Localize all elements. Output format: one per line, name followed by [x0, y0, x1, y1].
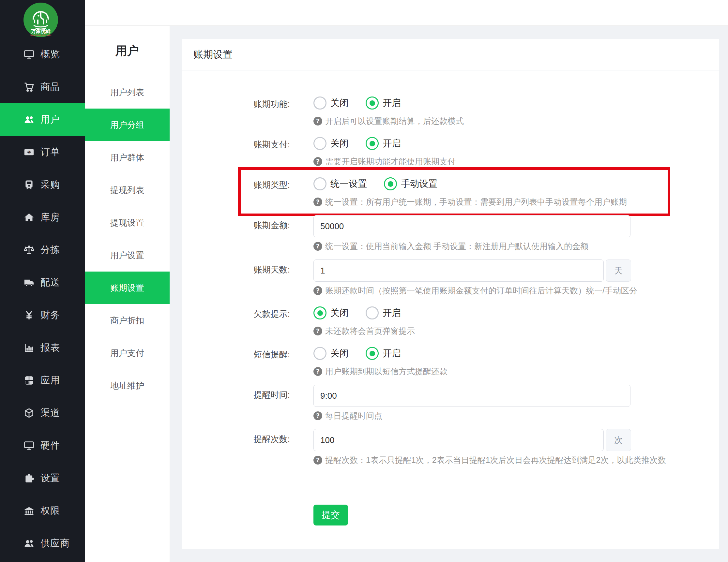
home-icon	[23, 212, 35, 223]
sidebar-item-purchase[interactable]: 采购	[0, 169, 85, 201]
credit-type-option-1[interactable]: 手动设置	[384, 177, 437, 190]
form-control: 关闭开启?未还款将会首页弹窗提示	[313, 304, 719, 336]
radio-option-label: 开启	[383, 137, 401, 150]
sidebar-item-orders[interactable]: 1订单	[0, 136, 85, 169]
sidebar-item-goods[interactable]: 商品	[0, 71, 85, 103]
puzzle-icon	[23, 473, 35, 484]
sidebar-nav: 概览商品用户1订单采购库房分拣配送财务报表应用渠道硬件设置权限供应商	[0, 38, 85, 560]
submenu-item-credit-config[interactable]: 账期设置	[85, 272, 170, 304]
submenu-item-user-list[interactable]: 用户列表	[85, 76, 170, 109]
chart-icon	[23, 342, 35, 353]
sidebar-item-label: 订单	[40, 146, 60, 159]
sidebar-item-channels[interactable]: 渠道	[0, 397, 85, 429]
submenu-item-user-groups[interactable]: 用户分组	[85, 109, 170, 141]
form-control: 天?账期还款时间（按照第一笔使用账期金额支付的订单时间往后计算天数）统一/手动区…	[313, 260, 719, 296]
credit-amount-input[interactable]	[313, 215, 630, 237]
radio-option-label: 开启	[383, 347, 401, 359]
sidebar-item-warehouse[interactable]: 库房	[0, 201, 85, 234]
sidebar-item-reports[interactable]: 报表	[0, 331, 85, 364]
credit-function-option-0[interactable]: 关闭	[313, 97, 349, 110]
sms-reminder-option-1[interactable]: 开启	[366, 347, 401, 360]
main-area: 用户 用户列表用户分组用户群体提现列表提现设置用户设置账期设置商户折扣用户支付地…	[85, 0, 728, 562]
credit-days-unit-addon: 天	[606, 260, 631, 281]
radio-unselected-icon[interactable]	[313, 177, 326, 190]
radio-selected-icon[interactable]	[366, 347, 379, 360]
form-control: 关闭开启?需要开启账期功能才能使用账期支付	[313, 134, 719, 167]
sidebar-item-label: 渠道	[40, 406, 60, 419]
page-title: 账期设置	[182, 39, 719, 70]
submit-button[interactable]: 提交	[313, 505, 348, 525]
help-line: ?需要开启账期功能才能使用账期支付	[313, 156, 719, 167]
help-line: ?每日提醒时间点	[313, 410, 719, 421]
question-circle-icon: ?	[313, 157, 322, 166]
sidebar-item-users[interactable]: 用户	[0, 103, 85, 136]
radio-selected-icon[interactable]	[313, 306, 326, 319]
arrears-notice-option-1[interactable]: 开启	[366, 306, 401, 319]
credit-settings-form: 账期功能:关闭开启?开启后可以设置账期结算，后还款模式账期支付:关闭开启?需要开…	[182, 70, 719, 525]
yen-icon	[23, 310, 35, 321]
credit-payment-row: 账期支付:关闭开启?需要开启账期功能才能使用账期支付	[182, 134, 719, 167]
submenu-item-user-segments[interactable]: 用户群体	[85, 141, 170, 174]
sidebar-item-sorting[interactable]: 分拣	[0, 234, 85, 266]
users-icon	[23, 538, 35, 549]
radio-option-label: 关闭	[330, 347, 349, 359]
sidebar-item-hardware[interactable]: 硬件	[0, 429, 85, 462]
credit-payment-option-0[interactable]: 关闭	[313, 137, 349, 150]
form-control: 统一设置手动设置?统一设置：所有用户统一账期，手动设置：需要到用户列表中手动设置…	[313, 175, 719, 207]
sidebar-item-finance[interactable]: 财务	[0, 299, 85, 331]
help-text: 统一设置：使用当前输入金额 手动设置：新注册用户默认使用输入的金额	[325, 241, 588, 252]
radio-unselected-icon[interactable]	[313, 97, 326, 110]
help-line: ?统一设置：所有用户统一账期，手动设置：需要到用户列表中手动设置每个用户账期	[313, 196, 719, 207]
user-submenu: 用户 用户列表用户分组用户群体提现列表提现设置用户设置账期设置商户折扣用户支付地…	[85, 26, 170, 562]
submenu-nav: 用户列表用户分组用户群体提现列表提现设置用户设置账期设置商户折扣用户支付地址维护	[85, 76, 170, 402]
help-text: 提醒次数：1表示只提醒1次，2表示当日提醒1次后次日会再次提醒达到满足2次，以此…	[325, 455, 666, 465]
form-label: 账期支付:	[182, 134, 290, 167]
radio-selected-icon[interactable]	[366, 97, 379, 110]
credit-function-option-1[interactable]: 开启	[366, 97, 401, 110]
sidebar-item-overview[interactable]: 概览	[0, 38, 85, 71]
sidebar-item-suppliers[interactable]: 供应商	[0, 527, 85, 560]
submenu-item-withdraw-list[interactable]: 提现列表	[85, 174, 170, 206]
top-bar	[85, 0, 728, 26]
sms-reminder-option-0[interactable]: 关闭	[313, 347, 349, 360]
help-line: ?未还款将会首页弹窗提示	[313, 325, 719, 336]
sidebar-item-label: 报表	[40, 341, 60, 354]
radio-unselected-icon[interactable]	[313, 347, 326, 360]
sidebar-item-settings[interactable]: 设置	[0, 462, 85, 494]
radio-unselected-icon[interactable]	[313, 137, 326, 150]
credit-type-row: 账期类型:统一设置手动设置?统一设置：所有用户统一账期，手动设置：需要到用户列表…	[182, 175, 719, 207]
reminder-time-input[interactable]	[313, 385, 630, 407]
credit-days-input[interactable]	[313, 260, 604, 281]
question-circle-icon: ?	[313, 198, 322, 206]
sidebar-item-permissions[interactable]: 权限	[0, 494, 85, 527]
sidebar-item-apps[interactable]: 应用	[0, 364, 85, 397]
form-control: ?统一设置：使用当前输入金额 手动设置：新注册用户默认使用输入的金额	[313, 215, 719, 252]
submenu-item-address-maintain[interactable]: 地址维护	[85, 369, 170, 402]
grid-icon	[23, 375, 35, 386]
credit-payment-option-1[interactable]: 开启	[366, 137, 401, 150]
submenu-item-merchant-discount[interactable]: 商户折扣	[85, 304, 170, 337]
arrears-notice-option-0[interactable]: 关闭	[313, 306, 349, 319]
sidebar-item-delivery[interactable]: 配送	[0, 266, 85, 299]
radio-selected-icon[interactable]	[366, 137, 379, 150]
sidebar-item-label: 分拣	[40, 244, 60, 257]
brand-logo[interactable]: 万象优鲜 WAN XIANG YOU XIAN	[0, 0, 85, 38]
radio-selected-icon[interactable]	[384, 177, 397, 190]
submenu-item-withdraw-config[interactable]: 提现设置	[85, 206, 170, 239]
radio-option-label: 手动设置	[401, 178, 437, 190]
help-line: ?账期还款时间（按照第一笔使用账期金额支付的订单时间往后计算天数）统一/手动区分	[313, 285, 719, 296]
form-control: 关闭开启?开启后可以设置账期结算，后还款模式	[313, 94, 719, 127]
sidebar-item-label: 库房	[40, 211, 60, 224]
reminder-count-input[interactable]	[313, 429, 604, 451]
credit-amount-row: 账期金额:?统一设置：使用当前输入金额 手动设置：新注册用户默认使用输入的金额	[182, 215, 719, 252]
submenu-item-user-config[interactable]: 用户设置	[85, 239, 170, 272]
credit-type-option-0[interactable]: 统一设置	[313, 177, 367, 190]
radio-unselected-icon[interactable]	[366, 306, 379, 319]
help-line: ?用户账期到期以短信方式提醒还款	[313, 366, 719, 377]
brand-logo-icon: 万象优鲜 WAN XIANG YOU XIAN	[23, 3, 58, 37]
submenu-item-user-payment[interactable]: 用户支付	[85, 337, 170, 369]
credit-function-row: 账期功能:关闭开启?开启后可以设置账期结算，后还款模式	[182, 94, 719, 127]
sidebar-item-label: 采购	[40, 178, 60, 191]
help-text: 账期还款时间（按照第一笔使用账期金额支付的订单时间往后计算天数）统一/手动区分	[325, 285, 637, 296]
question-circle-icon: ?	[313, 117, 322, 126]
